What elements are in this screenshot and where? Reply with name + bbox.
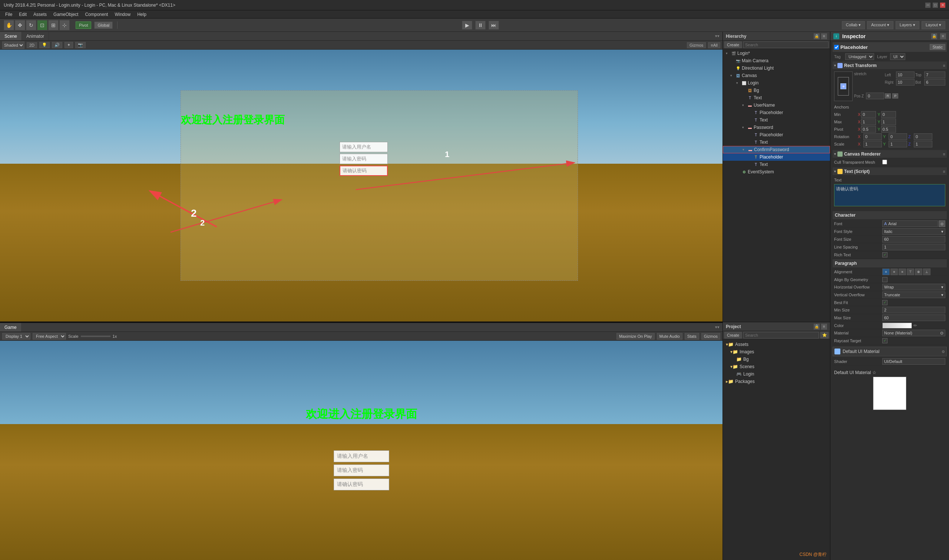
rt-left-value[interactable]: 10 — [896, 71, 915, 78]
raycast-target-checkbox[interactable]: ✓ — [882, 338, 887, 343]
minimize-button[interactable]: ─ — [925, 3, 930, 8]
project-item-bg[interactable]: 📁 Bg — [724, 355, 829, 363]
rotate-tool[interactable]: ↻ — [26, 20, 36, 30]
scene-tab[interactable]: Scene — [0, 32, 22, 40]
menu-file[interactable]: File — [2, 11, 15, 18]
play-button[interactable]: ▶ — [462, 21, 472, 30]
scale-x-input[interactable]: 1 — [863, 141, 882, 148]
rotation-x-input[interactable]: 0 — [863, 133, 882, 140]
text-field-input[interactable]: 请确认密码 — [834, 184, 945, 206]
text-script-menu[interactable]: ≡ — [943, 169, 945, 174]
hierarchy-item-event-system[interactable]: ⚙ EventSystem — [723, 168, 830, 175]
font-style-dropdown[interactable]: Italic ▾ — [882, 228, 945, 235]
menu-gameobject[interactable]: GameObject — [51, 11, 81, 18]
hierarchy-lock-button[interactable]: 🔒 — [814, 33, 819, 39]
line-spacing-value[interactable]: 1 — [882, 244, 945, 250]
horizontal-overflow-dropdown[interactable]: Wrap ▾ — [882, 284, 945, 290]
scene-light-button[interactable]: 💡 — [39, 42, 50, 48]
stats-button[interactable]: Stats — [685, 333, 699, 340]
best-fit-checkbox[interactable]: ✓ — [882, 300, 887, 305]
component-enable-checkbox[interactable] — [834, 45, 839, 50]
anchor-max-x-input[interactable]: 1 — [861, 118, 876, 125]
material-settings-button[interactable]: ⚙ — [941, 350, 945, 354]
pivot-y-input[interactable]: 0.5 — [881, 126, 896, 132]
rect-transform-menu[interactable]: ≡ — [943, 63, 945, 68]
project-item-scenes[interactable]: ▾📁 Scenes — [724, 363, 829, 370]
project-item-assets[interactable]: ▾📁 Assets — [724, 341, 829, 348]
layout-button[interactable]: Layout ▾ — [921, 21, 945, 29]
hierarchy-scene-root[interactable]: ▾ 🎬 Login* — [723, 50, 830, 57]
max-size-value[interactable]: 60 — [882, 314, 945, 321]
text-script-arrow[interactable]: ▾ — [834, 169, 836, 173]
anchor-min-y-input[interactable]: 0 — [881, 111, 896, 118]
rt-bottom-value[interactable]: 6 — [924, 79, 945, 86]
align-center-button[interactable]: ≡ — [890, 269, 898, 275]
hierarchy-menu-button[interactable]: ≡ — [821, 33, 827, 39]
maximize-on-play-button[interactable]: Maximize On Play — [616, 333, 655, 340]
project-search-input[interactable] — [743, 332, 819, 338]
rect-transform-arrow[interactable]: ▾ — [834, 63, 836, 68]
hierarchy-item-text4[interactable]: T Text — [723, 161, 830, 168]
scale-tool[interactable]: ⊡ — [37, 20, 48, 30]
cull-transparent-checkbox[interactable] — [882, 160, 887, 165]
align-middle-button[interactable]: ⊕ — [915, 269, 922, 275]
hierarchy-item-placeholder3[interactable]: T Placeholder — [723, 153, 830, 161]
layer-dropdown[interactable]: UI — [890, 53, 905, 60]
move-tool[interactable]: ✥ — [15, 20, 25, 30]
scale-y-input[interactable]: 1 — [889, 141, 907, 148]
tag-dropdown[interactable]: Untagged — [845, 53, 874, 60]
canvas-renderer-menu[interactable]: ≡ — [943, 152, 945, 156]
maximize-button[interactable]: □ — [933, 3, 938, 8]
game-panel-collapse[interactable]: ▾▾ — [712, 325, 722, 330]
anchor-diagram[interactable]: ⊕ — [834, 71, 853, 101]
rt-p-button[interactable]: P — [892, 93, 898, 98]
rotation-z-input[interactable]: 0 — [914, 133, 932, 140]
pivot-x-input[interactable]: 0.5 — [861, 126, 876, 132]
close-button[interactable]: ✕ — [940, 3, 945, 8]
hierarchy-item-bg[interactable]: 🖼 Bg — [723, 87, 830, 94]
rotation-y-input[interactable]: 0 — [889, 133, 907, 140]
rt-top-value[interactable]: 7 — [924, 71, 945, 78]
min-size-value[interactable]: 2 — [882, 307, 945, 313]
gizmos-button[interactable]: Gizmos — [687, 42, 706, 48]
pause-button[interactable]: ⏸ — [475, 21, 486, 30]
font-pick-button[interactable]: ⊙ — [939, 220, 945, 227]
rich-text-checkbox[interactable]: ✓ — [882, 252, 887, 257]
menu-component[interactable]: Component — [82, 11, 111, 18]
project-create-button[interactable]: Create — [724, 332, 742, 338]
project-star-button[interactable]: ⭐ — [820, 332, 829, 338]
align-by-geometry-checkbox[interactable] — [882, 277, 887, 282]
menu-help[interactable]: Help — [134, 11, 150, 18]
material-dropdown[interactable]: None (Material) ⊙ — [882, 330, 945, 336]
2d-button[interactable]: 2D — [27, 42, 37, 48]
rt-right-value[interactable]: 10 — [896, 79, 915, 86]
project-lock-button[interactable]: 🔒 — [814, 324, 819, 330]
animator-tab[interactable]: Animator — [22, 32, 49, 40]
rt-r-button[interactable]: R — [885, 93, 891, 98]
hierarchy-search-input[interactable] — [743, 42, 829, 48]
vertical-overflow-dropdown[interactable]: Truncate ▾ — [882, 291, 945, 298]
hierarchy-item-placeholder2[interactable]: T Placeholder — [723, 131, 830, 138]
rect-tool[interactable]: ⊞ — [48, 20, 59, 30]
align-bottom-button[interactable]: ⊥ — [923, 269, 930, 275]
scene-camera-button[interactable]: 📷 — [75, 42, 86, 48]
hierarchy-item-directional-light[interactable]: 💡 Directional Light — [723, 65, 830, 72]
hierarchy-create-button[interactable]: Create — [724, 42, 742, 48]
character-section[interactable]: Character — [833, 211, 947, 219]
anchor-max-y-input[interactable]: 1 — [881, 118, 896, 125]
shading-dropdown[interactable]: Shaded — [2, 42, 25, 49]
scale-z-input[interactable]: 1 — [914, 141, 932, 148]
color-swatch[interactable] — [882, 323, 912, 329]
collab-button[interactable]: Collab ▾ — [842, 21, 865, 29]
shader-dropdown[interactable]: UI/Default — [882, 358, 945, 365]
hierarchy-item-confirm-password[interactable]: ▾ ▬ ConfirmPassword — [723, 146, 830, 153]
align-top-button[interactable]: ⊤ — [907, 269, 914, 275]
align-right-button[interactable]: ≡ — [898, 269, 906, 275]
all-button[interactable]: ≡All — [708, 42, 720, 48]
step-button[interactable]: ⏭ — [489, 21, 499, 30]
game-tab[interactable]: Game — [0, 323, 21, 331]
transform-tool[interactable]: ⊹ — [59, 20, 70, 30]
color-picker-button[interactable]: ✏ — [914, 323, 917, 328]
menu-assets[interactable]: Assets — [30, 11, 50, 18]
project-item-packages[interactable]: ▸📁 Packages — [724, 378, 829, 385]
